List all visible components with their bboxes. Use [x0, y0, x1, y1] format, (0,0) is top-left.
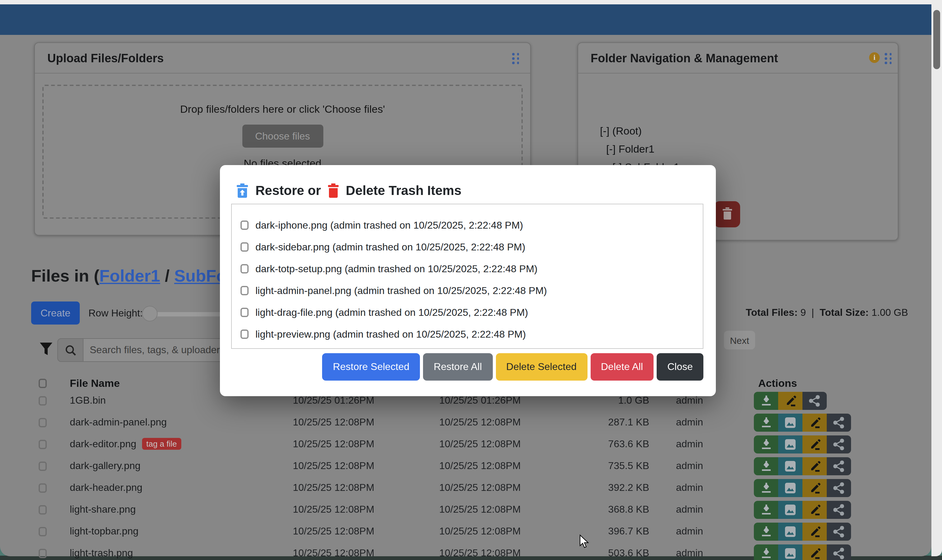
row-height-slider-thumb[interactable]	[142, 306, 158, 322]
file-name[interactable]: 1GB.bin	[70, 395, 106, 406]
share-action-icon[interactable]	[827, 501, 851, 519]
download-action-icon[interactable]	[754, 479, 778, 497]
file-name[interactable]: light-topbar.png	[70, 526, 139, 537]
mouse-cursor	[579, 534, 590, 551]
upload-date: 10/25/25 12:08PM	[439, 417, 521, 428]
share-action-icon[interactable]	[827, 435, 851, 454]
edit-action-icon[interactable]	[802, 414, 827, 432]
date-modified: 10/25/25 12:08PM	[293, 526, 374, 537]
share-action-icon[interactable]	[827, 414, 851, 432]
folder-trash-button[interactable]	[714, 201, 740, 228]
filerise-app: FileRise admin Upload Files/Folders Drop…	[0, 0, 942, 560]
delete-trash-icon	[328, 183, 339, 198]
scrollbar-thumb[interactable]	[933, 10, 940, 69]
download-action-icon[interactable]	[754, 392, 778, 410]
edit-action-icon[interactable]	[802, 435, 827, 454]
preview-action-icon[interactable]	[778, 523, 802, 541]
folder-tree-item[interactable]: [-] Folder1	[606, 143, 654, 156]
edit-action-icon[interactable]	[802, 501, 827, 519]
share-action-icon[interactable]	[827, 479, 851, 497]
preview-action-icon[interactable]	[778, 479, 802, 497]
download-action-icon[interactable]	[754, 414, 778, 432]
edit-action-icon[interactable]	[802, 523, 827, 541]
row-checkbox[interactable]	[38, 396, 47, 406]
delete-selected-button[interactable]: Delete Selected	[496, 353, 587, 381]
scrollbar-track[interactable]	[931, 0, 942, 556]
trash-item[interactable]: dark-sidebar.png (admin trashed on 10/25…	[232, 236, 703, 258]
file-name[interactable]: light-share.png	[70, 504, 136, 515]
next-page-button[interactable]: Next	[724, 331, 755, 349]
preview-action-icon[interactable]	[778, 414, 802, 432]
preview-action-icon[interactable]	[778, 457, 802, 475]
download-action-icon[interactable]	[754, 545, 778, 560]
file-table-body: 1GB.bin 10/25/25 01:26PM 10/25/25 01:26P…	[31, 390, 898, 560]
choose-files-button[interactable]: Choose files	[242, 125, 323, 148]
row-checkbox[interactable]	[38, 549, 47, 558]
share-action-icon[interactable]	[802, 392, 827, 410]
info-icon[interactable]: i	[869, 52, 880, 63]
drag-handle-icon[interactable]	[885, 53, 892, 64]
trash-item[interactable]: light-drag-file.png (admin trashed on 10…	[232, 302, 703, 323]
select-all-checkbox[interactable]	[38, 379, 47, 388]
column-file-name[interactable]: File Name	[70, 377, 120, 390]
totals-summary: Total Files: 9 | Total Size: 1.00 GB	[746, 307, 908, 318]
modal-buttons: Restore SelectedRestore AllDelete Select…	[322, 353, 703, 381]
trash-item-checkbox[interactable]	[240, 242, 249, 252]
download-action-icon[interactable]	[754, 501, 778, 519]
row-checkbox[interactable]	[38, 483, 47, 493]
tag-badge[interactable]: tag a file	[142, 438, 181, 450]
restore-selected-button[interactable]: Restore Selected	[322, 353, 420, 381]
uploader: admin	[676, 460, 703, 472]
file-size: 396.7 KB	[548, 526, 649, 537]
row-checkbox[interactable]	[38, 527, 47, 536]
row-checkbox[interactable]	[38, 418, 47, 427]
trash-item-checkbox[interactable]	[240, 329, 249, 339]
edit-action-icon[interactable]	[802, 479, 827, 497]
trash-item[interactable]: dark-iphone.png (admin trashed on 10/25/…	[232, 214, 703, 236]
breadcrumb-folder1-link[interactable]: Folder1	[99, 267, 160, 285]
file-size: 368.8 KB	[548, 504, 649, 515]
file-name[interactable]: dark-header.png	[70, 482, 142, 493]
upload-date: 10/25/25 12:08PM	[439, 548, 521, 559]
file-size: 503.6 KB	[548, 548, 649, 559]
preview-action-icon[interactable]	[778, 545, 802, 560]
preview-action-icon[interactable]	[778, 435, 802, 454]
download-action-icon[interactable]	[754, 435, 778, 454]
file-name[interactable]: light-trash.png	[70, 548, 133, 559]
column-actions: Actions	[758, 377, 797, 390]
row-checkbox[interactable]	[38, 505, 47, 514]
trash-item-checkbox[interactable]	[240, 264, 249, 274]
filter-icon[interactable]	[39, 342, 53, 358]
download-action-icon[interactable]	[754, 457, 778, 475]
edit-action-icon[interactable]	[802, 457, 827, 475]
trash-item-checkbox[interactable]	[240, 286, 249, 295]
upload-date: 10/25/25 12:08PM	[439, 504, 521, 515]
file-name[interactable]: dark-admin-panel.png	[70, 417, 167, 428]
folder-tree-item[interactable]: [-] (Root)	[600, 125, 642, 138]
preview-action-icon[interactable]	[778, 501, 802, 519]
drop-zone-text: Drop files/folders here or click 'Choose…	[44, 103, 522, 116]
file-name[interactable]: dark-gallery.png	[70, 460, 140, 472]
row-checkbox[interactable]	[38, 462, 47, 471]
trash-item[interactable]: light-admin-panel.png (admin trashed on …	[232, 280, 703, 302]
app-header	[0, 5, 931, 35]
share-action-icon[interactable]	[827, 457, 851, 475]
file-name[interactable]: dark-editor.pngtag a file	[70, 438, 181, 450]
drag-handle-icon[interactable]	[512, 53, 519, 64]
trash-item-checkbox[interactable]	[240, 308, 249, 317]
close-button[interactable]: Close	[657, 353, 703, 381]
share-action-icon[interactable]	[827, 545, 851, 560]
edit-action-icon[interactable]	[778, 392, 802, 410]
delete-all-button[interactable]: Delete All	[590, 353, 654, 381]
share-action-icon[interactable]	[827, 523, 851, 541]
file-size: 763.6 KB	[548, 438, 649, 450]
trash-item[interactable]: light-preview.png (admin trashed on 10/2…	[232, 323, 703, 345]
create-button[interactable]: Create	[31, 302, 80, 325]
download-action-icon[interactable]	[754, 523, 778, 541]
trash-item[interactable]: dark-totp-setup.png (admin trashed on 10…	[232, 258, 703, 280]
restore-all-button[interactable]: Restore All	[423, 353, 493, 381]
row-checkbox[interactable]	[38, 440, 47, 449]
edit-action-icon[interactable]	[802, 545, 827, 560]
table-row: dark-header.png 10/25/25 12:08PM 10/25/2…	[31, 477, 898, 499]
trash-item-checkbox[interactable]	[240, 220, 249, 230]
